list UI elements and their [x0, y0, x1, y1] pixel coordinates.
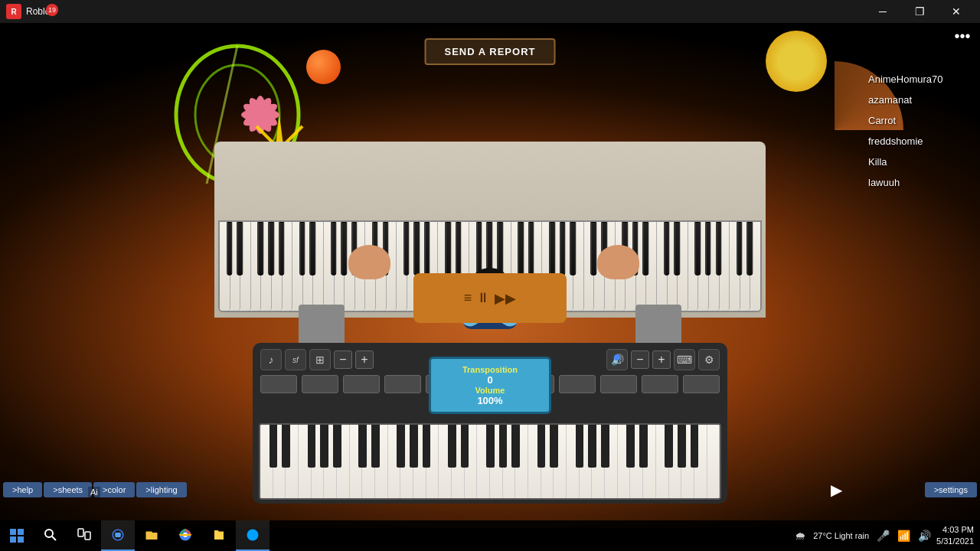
black-key[interactable] [560, 222, 566, 276]
minimize-button[interactable]: ─ [865, 0, 900, 23]
music-note-button[interactable]: ♪ [260, 349, 282, 370]
volume-icon[interactable]: 🔊 [916, 530, 933, 542]
lighting-button[interactable]: >lighting [136, 482, 186, 497]
white-key[interactable] [730, 222, 740, 311]
plus-button-left[interactable]: + [355, 350, 374, 369]
black-key[interactable] [695, 222, 701, 276]
black-key[interactable] [570, 222, 576, 276]
mic-icon[interactable]: 🎤 [874, 530, 892, 542]
black-key[interactable] [737, 222, 743, 276]
piano-keyboard-small[interactable] [259, 423, 721, 500]
small-black-key[interactable] [423, 425, 431, 468]
white-key[interactable] [584, 222, 595, 311]
small-black-key[interactable] [282, 425, 290, 468]
file-explorer-button[interactable] [135, 520, 168, 551]
black-key[interactable] [705, 222, 711, 276]
chrome-browser-button[interactable] [168, 520, 202, 551]
black-key[interactable] [664, 222, 670, 276]
task-view-button[interactable] [67, 520, 101, 551]
black-key[interactable] [258, 222, 264, 276]
grid-button[interactable]: ⊞ [309, 349, 331, 370]
search-button[interactable] [34, 520, 67, 551]
forward-icon[interactable]: ▶▶ [495, 290, 516, 307]
black-key[interactable] [268, 222, 274, 276]
close-button[interactable]: ✕ [939, 0, 974, 23]
small-black-key[interactable] [410, 425, 418, 468]
fn-btn-1[interactable] [260, 375, 297, 393]
black-key[interactable] [414, 222, 420, 276]
small-black-key[interactable] [537, 425, 546, 468]
black-key[interactable] [331, 222, 337, 276]
start-button[interactable] [0, 520, 34, 551]
sf-button[interactable]: sf [285, 349, 306, 370]
settings-gear-button[interactable]: ⚙ [698, 349, 720, 370]
black-key[interactable] [310, 222, 316, 276]
black-key[interactable] [299, 222, 305, 276]
small-black-key[interactable] [308, 425, 316, 468]
more-options-button[interactable]: ••• [951, 27, 974, 46]
small-black-key[interactable] [358, 425, 367, 468]
pause-icon[interactable]: ⏸ [476, 290, 490, 306]
fn-btn-right-5[interactable] [683, 375, 720, 393]
black-key[interactable] [591, 222, 597, 276]
small-black-key[interactable] [639, 425, 648, 468]
white-key[interactable] [292, 222, 303, 311]
small-black-key[interactable] [601, 425, 609, 468]
minus-button-right[interactable]: − [631, 350, 649, 369]
small-black-key[interactable] [665, 425, 673, 468]
settings-button[interactable]: >settings [925, 482, 977, 497]
black-key[interactable] [341, 222, 347, 276]
minus-button-left[interactable]: − [334, 350, 352, 369]
white-key[interactable] [688, 222, 699, 311]
small-black-key[interactable] [397, 425, 405, 468]
white-key[interactable] [397, 222, 407, 311]
black-key[interactable] [674, 222, 680, 276]
small-white-key[interactable] [707, 425, 720, 498]
black-key[interactable] [549, 222, 555, 276]
black-key[interactable] [716, 222, 722, 276]
fn-btn-3[interactable] [343, 375, 380, 393]
fn-btn-2[interactable] [302, 375, 338, 393]
small-black-key[interactable] [371, 425, 380, 468]
small-black-key[interactable] [511, 425, 520, 468]
help-button[interactable]: >help [3, 482, 42, 497]
black-key[interactable] [227, 222, 233, 276]
small-black-key[interactable] [576, 425, 584, 468]
white-key[interactable] [657, 222, 668, 311]
small-black-key[interactable] [499, 425, 508, 468]
fn-btn-right-3[interactable] [600, 375, 637, 393]
restore-button[interactable]: ❐ [902, 0, 937, 23]
small-black-key[interactable] [320, 425, 328, 468]
small-black-key[interactable] [588, 425, 596, 468]
black-key[interactable] [424, 222, 430, 276]
roblox-taskbar-button[interactable] [236, 520, 270, 551]
small-black-key[interactable] [270, 425, 278, 468]
keyboard-layout-button[interactable]: ⌨ [674, 349, 695, 370]
black-key[interactable] [747, 222, 753, 276]
small-black-key[interactable] [461, 425, 469, 468]
small-black-key[interactable] [678, 425, 686, 468]
fn-btn-right-2[interactable] [559, 375, 596, 393]
small-black-key[interactable] [333, 425, 341, 468]
small-black-key[interactable] [486, 425, 495, 468]
white-key[interactable] [220, 222, 230, 311]
sheets-button[interactable]: >sheets [44, 482, 92, 497]
black-key[interactable] [643, 222, 649, 276]
notification-badge[interactable]: 19 [46, 4, 58, 16]
black-key[interactable] [403, 222, 410, 276]
small-black-key[interactable] [691, 425, 699, 468]
black-key[interactable] [237, 222, 243, 276]
white-key[interactable] [324, 222, 335, 311]
small-black-key[interactable] [448, 425, 456, 468]
report-button[interactable]: SEND A REPORT [425, 38, 556, 65]
small-black-key[interactable] [626, 425, 635, 468]
folder-button[interactable] [202, 520, 236, 551]
small-black-key[interactable] [550, 425, 558, 468]
white-key[interactable] [251, 222, 262, 311]
plus-button-right[interactable]: + [652, 350, 671, 369]
black-key[interactable] [279, 222, 285, 276]
fn-btn-4[interactable] [384, 375, 421, 393]
edge-browser-button[interactable] [101, 520, 135, 551]
system-time[interactable]: 4:03 PM 5/31/2021 [936, 524, 974, 548]
fn-btn-right-4[interactable] [642, 375, 678, 393]
